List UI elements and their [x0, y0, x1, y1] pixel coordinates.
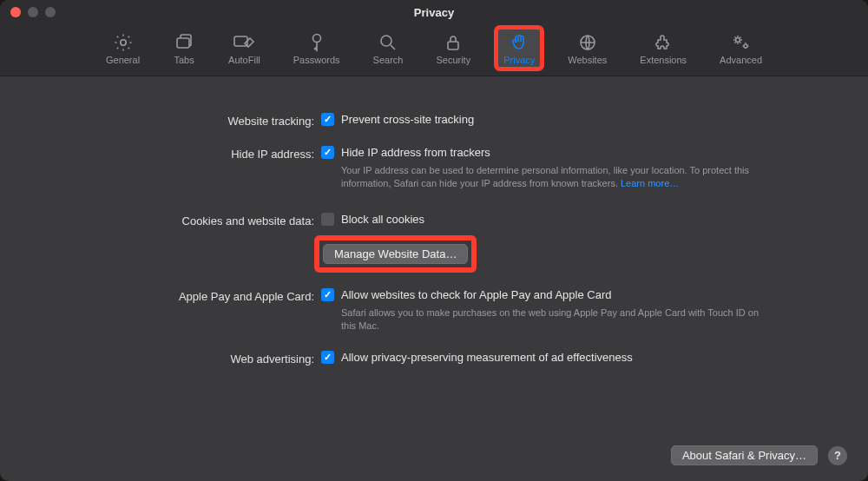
row-hide-ip: Hide IP address: Hide IP address from tr…: [35, 146, 833, 190]
tab-label: Passwords: [293, 55, 340, 65]
tab-label: Search: [373, 55, 404, 65]
helper-apple-pay: Safari allows you to make purchases on t…: [321, 306, 764, 333]
tab-general[interactable]: General: [99, 28, 147, 69]
helper-text-body: Your IP address can be used to determine…: [341, 165, 749, 188]
tab-websites[interactable]: Websites: [561, 28, 614, 69]
tab-privacy[interactable]: Privacy: [496, 28, 542, 69]
toolbar: General Tabs AutoFill Passwords Search: [0, 24, 868, 76]
checkbox-icon: [321, 351, 334, 364]
checkbox-icon: [321, 113, 334, 126]
titlebar: Privacy: [0, 0, 868, 24]
tab-tabs[interactable]: Tabs: [166, 28, 202, 69]
checkbox-icon: [321, 146, 334, 159]
svg-rect-1: [177, 38, 189, 48]
svg-rect-5: [448, 42, 458, 49]
search-icon: [377, 33, 399, 52]
globe-icon: [576, 33, 599, 52]
tab-extensions[interactable]: Extensions: [633, 28, 694, 69]
learn-more-link[interactable]: Learn more…: [621, 178, 679, 188]
checkbox-icon: [321, 213, 334, 226]
row-manage-data: Manage Website Data…: [35, 234, 833, 273]
tab-label: Advanced: [720, 55, 762, 65]
tab-label: Websites: [568, 55, 607, 65]
tab-search[interactable]: Search: [366, 28, 411, 69]
pencil-icon: [233, 33, 255, 52]
svg-point-0: [120, 40, 125, 45]
tab-label: Tabs: [174, 55, 194, 65]
checkbox-hide-ip[interactable]: Hide IP address from trackers: [321, 146, 833, 159]
checkbox-block-cookies[interactable]: Block all cookies: [321, 213, 833, 226]
svg-point-8: [744, 44, 747, 48]
label-cookies: Cookies and website data:: [35, 213, 321, 230]
window-title: Privacy: [0, 6, 868, 19]
row-web-advertising: Web advertising: Allow privacy-preservin…: [35, 351, 833, 368]
manage-website-data-button[interactable]: Manage Website Data…: [323, 244, 468, 264]
svg-point-3: [312, 35, 320, 43]
checkbox-label: Block all cookies: [341, 213, 424, 226]
preferences-window: Privacy General Tabs AutoFill Password: [0, 0, 868, 481]
label-web-advertising: Web advertising:: [35, 351, 321, 368]
tab-advanced[interactable]: Advanced: [713, 28, 769, 69]
row-apple-pay: Apple Pay and Apple Card: Allow websites…: [35, 288, 833, 333]
tab-security[interactable]: Security: [429, 28, 477, 69]
hand-icon: [508, 33, 530, 52]
checkbox-label: Prevent cross-site tracking: [341, 113, 474, 126]
checkbox-web-advertising[interactable]: Allow privacy-preserving measurement of …: [321, 351, 833, 364]
highlight-manage-data: Manage Website Data…: [314, 235, 477, 273]
label-apple-pay: Apple Pay and Apple Card:: [35, 288, 321, 306]
row-website-tracking: Website tracking: Prevent cross-site tra…: [35, 113, 833, 130]
puzzle-icon: [652, 33, 674, 52]
content-area: Website tracking: Prevent cross-site tra…: [0, 76, 868, 368]
label-hide-ip: Hide IP address:: [35, 146, 321, 163]
tab-label: General: [106, 55, 140, 65]
tabs-icon: [173, 33, 195, 52]
checkbox-prevent-cross-site[interactable]: Prevent cross-site tracking: [321, 113, 833, 126]
tab-label: Extensions: [640, 55, 687, 65]
tab-label: AutoFill: [228, 55, 260, 65]
key-icon: [306, 33, 328, 52]
checkbox-label: Allow websites to check for Apple Pay an…: [341, 288, 611, 301]
checkbox-label: Hide IP address from trackers: [341, 146, 490, 159]
about-privacy-button[interactable]: About Safari & Privacy…: [671, 445, 818, 465]
tab-label: Privacy: [503, 55, 535, 65]
footer: About Safari & Privacy… ?: [671, 445, 847, 465]
label-website-tracking: Website tracking:: [35, 113, 321, 130]
help-button[interactable]: ?: [828, 446, 847, 465]
helper-hide-ip: Your IP address can be used to determine…: [321, 164, 764, 190]
row-cookies: Cookies and website data: Block all cook…: [35, 213, 833, 230]
checkbox-icon: [321, 288, 334, 301]
checkbox-apple-pay[interactable]: Allow websites to check for Apple Pay an…: [321, 288, 833, 301]
gears-icon: [730, 33, 753, 52]
svg-point-7: [735, 38, 740, 43]
gear-icon: [112, 33, 135, 52]
checkbox-label: Allow privacy-preserving measurement of …: [341, 351, 633, 364]
tab-label: Security: [436, 55, 470, 65]
tab-passwords[interactable]: Passwords: [286, 28, 347, 69]
tab-autofill[interactable]: AutoFill: [221, 28, 267, 69]
svg-point-4: [381, 36, 391, 46]
lock-icon: [442, 33, 464, 52]
